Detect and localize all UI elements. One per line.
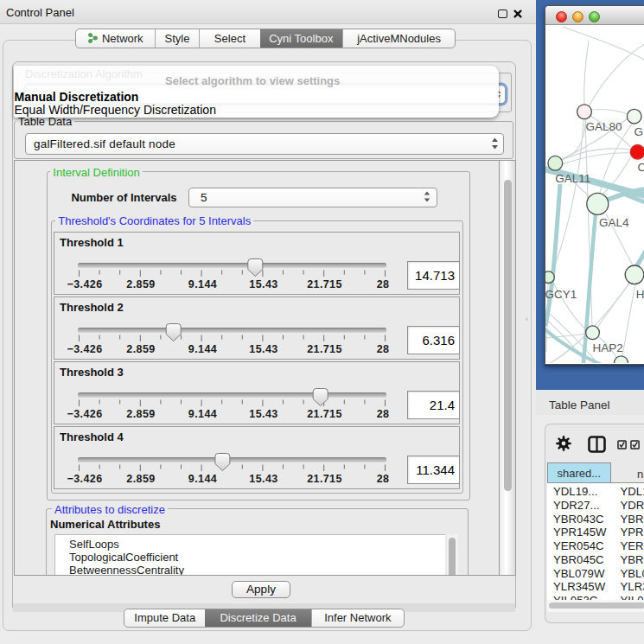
svg-text:G...: G... [634,125,644,138]
svg-text:GAL80: GAL80 [585,120,622,133]
svg-text:HAP2: HAP2 [592,341,622,354]
svg-text:H: H [635,288,644,301]
svg-text:GAL11: GAL11 [555,172,590,185]
svg-text:C...: C... [637,161,644,174]
svg-text:GCY1: GCY1 [545,288,577,301]
svg-text:GAL4: GAL4 [598,216,628,229]
